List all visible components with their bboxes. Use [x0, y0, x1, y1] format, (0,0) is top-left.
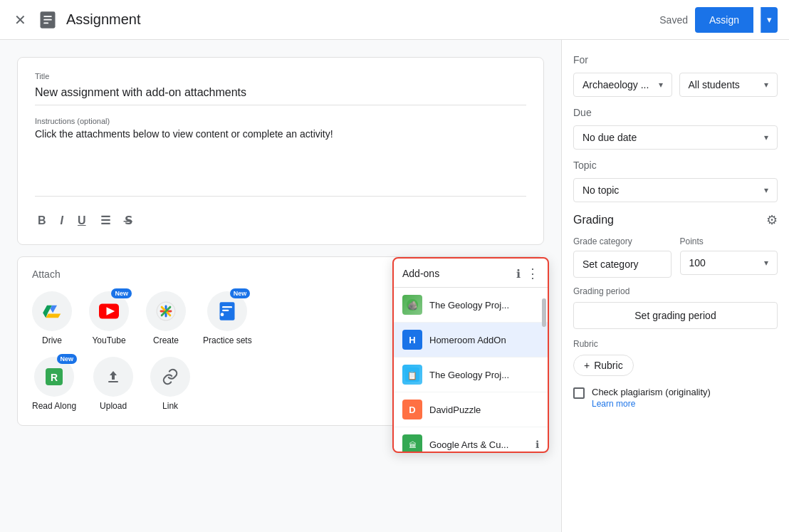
instructions-input[interactable]: Click the attachments below to view cont…	[35, 128, 526, 185]
attach-youtube[interactable]: New YouTube	[89, 291, 129, 345]
students-dropdown[interactable]: All students ▾	[679, 73, 778, 97]
addon-google-arts-name: Google Arts & Cu...	[429, 439, 528, 450]
addons-header-icons: ℹ ⋮	[516, 266, 539, 281]
youtube-icon	[99, 303, 119, 319]
close-button[interactable]: ✕	[11, 9, 29, 31]
link-icon-circle	[150, 357, 190, 397]
addon-geology1[interactable]: 🪨 The Geology Proj...	[394, 288, 548, 323]
formatting-toolbar: B I U ☰ S̶	[35, 205, 526, 230]
youtube-label: YouTube	[92, 335, 125, 345]
class-dropdown[interactable]: Archaeology ... ▾	[573, 73, 672, 97]
italic-button[interactable]: I	[58, 212, 66, 230]
toolbar-divider	[35, 196, 526, 197]
attach-upload[interactable]: Upload	[93, 357, 133, 411]
page-title: Assignment	[66, 11, 141, 28]
set-category-button[interactable]: Set category	[573, 251, 672, 278]
svg-text:🏛: 🏛	[409, 441, 417, 449]
grade-category-col: Grade category Set category	[573, 236, 672, 278]
chevron-down-icon: ▾	[767, 14, 772, 25]
link-icon	[161, 367, 179, 386]
students-chevron-icon: ▾	[764, 80, 768, 90]
list-button[interactable]: ☰	[98, 211, 113, 230]
create-icon	[156, 301, 176, 321]
add-rubric-button[interactable]: + Rubric	[573, 355, 634, 376]
addons-info-button[interactable]: ℹ	[516, 267, 521, 281]
rubric-section: Rubric + Rubric	[573, 339, 778, 376]
rubric-label: Rubric	[573, 339, 778, 349]
attach-practice-sets[interactable]: New Practice sets	[203, 291, 252, 345]
read-along-label: Read Along	[32, 401, 76, 411]
plagiarism-checkbox[interactable]	[573, 387, 585, 399]
addons-menu-button[interactable]: ⋮	[526, 266, 539, 281]
create-label: Create	[153, 335, 179, 345]
upload-label: Upload	[100, 401, 127, 411]
drive-label: Drive	[42, 335, 62, 345]
addon-homeroom-name: Homeroom AddOn	[429, 335, 539, 345]
title-label: Title	[35, 72, 526, 80]
read-along-icon: R	[44, 367, 64, 387]
addon-google-arts-icon: 🏛	[402, 434, 422, 452]
addon-geology1-name: The Geology Proj...	[429, 300, 539, 311]
plagiarism-row: Check plagiarism (originality) Learn mor…	[573, 386, 778, 409]
practice-sets-icon-circle: New	[207, 291, 247, 331]
due-chevron-icon: ▾	[764, 132, 768, 142]
due-value: No due date	[582, 132, 637, 143]
youtube-icon-circle: New	[89, 291, 129, 331]
practice-sets-new-badge: New	[230, 288, 251, 298]
topic-dropdown[interactable]: No topic ▾	[573, 178, 778, 202]
read-along-new-badge: New	[57, 354, 78, 364]
addon-google-arts-info[interactable]: ℹ	[535, 439, 539, 450]
topbar: ✕ Assignment Saved Assign ▾	[0, 0, 789, 40]
points-col: Points 100 ▾	[680, 236, 778, 278]
for-row: Archaeology ... ▾ All students ▾	[573, 73, 778, 97]
assign-dropdown-button[interactable]: ▾	[761, 7, 778, 33]
attach-create[interactable]: Create	[146, 291, 186, 345]
set-grading-period-button[interactable]: Set grading period	[573, 302, 778, 329]
assignment-doc-icon	[38, 10, 58, 30]
attach-drive[interactable]: Drive	[32, 291, 72, 345]
attach-card: Attach Drive New	[17, 256, 544, 426]
class-value: Archaeology ...	[582, 79, 649, 90]
plagiarism-label: Check plagiarism (originality)	[592, 387, 711, 397]
main-panel: Title Instructions (optional) Click the …	[0, 40, 561, 532]
attach-read-along[interactable]: New R Read Along	[32, 357, 76, 411]
practice-sets-icon	[218, 301, 236, 321]
points-dropdown[interactable]: 100 ▾	[680, 251, 778, 275]
grading-title-row: Grading ⚙	[573, 212, 778, 228]
grade-category-label: Grade category	[573, 236, 672, 246]
addons-list: 🪨 The Geology Proj... H Homeroom AddOn	[394, 288, 548, 452]
create-icon-circle	[146, 291, 186, 331]
svg-rect-12	[222, 306, 232, 308]
underline-button[interactable]: U	[75, 212, 89, 230]
grading-gear-icon[interactable]: ⚙	[766, 212, 778, 228]
class-chevron-icon: ▾	[659, 80, 663, 90]
addons-popup: Add-ons ℹ ⋮ 🪨 The Geology Proj...	[392, 257, 549, 453]
link-label: Link	[162, 401, 178, 411]
svg-rect-13	[222, 310, 229, 311]
addon-davidpuzzle-name: DavidPuzzle	[429, 405, 539, 415]
svg-text:📋: 📋	[407, 370, 417, 380]
topic-label: Topic	[573, 160, 778, 171]
due-label: Due	[573, 107, 778, 118]
svg-rect-17	[108, 381, 118, 382]
title-input[interactable]	[35, 83, 526, 105]
assign-button[interactable]: Assign	[695, 7, 753, 33]
upload-icon-circle	[93, 357, 133, 397]
page-content: Title Instructions (optional) Click the …	[0, 40, 789, 532]
attach-link[interactable]: Link	[150, 357, 190, 411]
learn-more-link[interactable]: Learn more	[592, 399, 711, 409]
svg-text:R: R	[51, 372, 58, 383]
instructions-label: Instructions (optional)	[35, 117, 526, 125]
due-dropdown[interactable]: No due date ▾	[573, 125, 778, 150]
saved-status: Saved	[659, 14, 688, 26]
grading-title: Grading	[573, 214, 614, 226]
addon-google-arts[interactable]: 🏛 Google Arts & Cu... ℹ	[394, 427, 548, 452]
addon-geology2[interactable]: 📋 The Geology Proj...	[394, 358, 548, 392]
addon-homeroom[interactable]: H Homeroom AddOn	[394, 323, 548, 358]
students-value: All students	[689, 79, 740, 90]
addons-scrollbar[interactable]	[542, 293, 546, 450]
bold-button[interactable]: B	[35, 212, 49, 230]
strikethrough-button[interactable]: S̶	[122, 211, 136, 230]
grade-row: Grade category Set category Points 100 ▾	[573, 236, 778, 278]
addon-davidpuzzle[interactable]: D DavidPuzzle	[394, 392, 548, 427]
